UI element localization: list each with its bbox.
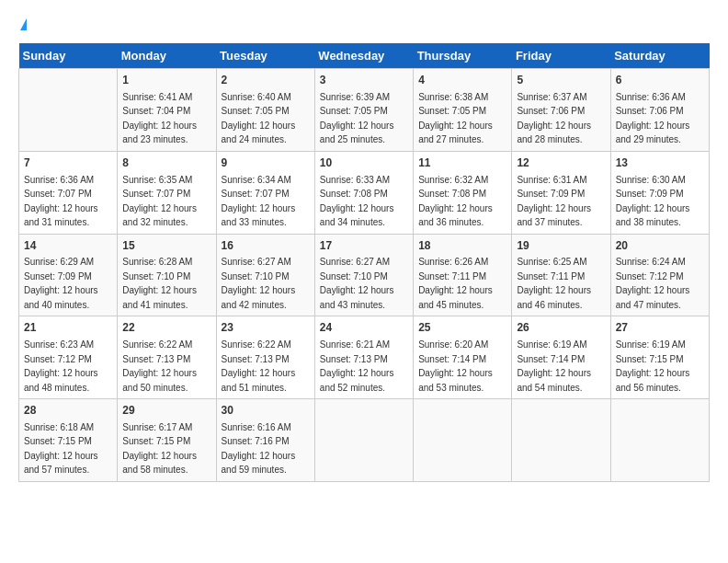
day-cell (610, 399, 709, 482)
calendar-table: SundayMondayTuesdayWednesdayThursdayFrid… (18, 43, 710, 482)
day-info: Sunrise: 6:38 AMSunset: 7:05 PMDaylight:… (418, 92, 493, 145)
day-cell: 12 Sunrise: 6:31 AMSunset: 7:09 PMDaylig… (512, 151, 610, 234)
day-number: 22 (122, 320, 210, 336)
day-cell (314, 399, 413, 482)
day-number: 15 (122, 238, 210, 254)
day-cell: 2 Sunrise: 6:40 AMSunset: 7:05 PMDayligh… (216, 69, 314, 152)
day-cell: 9 Sunrise: 6:34 AMSunset: 7:07 PMDayligh… (216, 151, 314, 234)
day-number: 3 (320, 73, 408, 88)
day-cell: 14 Sunrise: 6:29 AMSunset: 7:09 PMDaylig… (19, 234, 118, 316)
day-number: 6 (616, 73, 704, 88)
day-info: Sunrise: 6:36 AMSunset: 7:06 PMDaylight:… (616, 92, 690, 145)
week-row-5: 28 Sunrise: 6:18 AMSunset: 7:15 PMDaylig… (19, 399, 710, 482)
week-row-1: 1 Sunrise: 6:41 AMSunset: 7:04 PMDayligh… (19, 69, 710, 152)
day-number: 23 (222, 320, 310, 336)
header-thursday: Thursday (414, 43, 512, 69)
day-number: 17 (320, 238, 408, 254)
day-info: Sunrise: 6:36 AMSunset: 7:07 PMDaylight:… (24, 175, 98, 228)
day-info: Sunrise: 6:35 AMSunset: 7:07 PMDaylight:… (122, 175, 197, 228)
day-number: 7 (24, 155, 112, 171)
day-cell: 22 Sunrise: 6:22 AMSunset: 7:13 PMDaylig… (118, 316, 216, 399)
week-row-2: 7 Sunrise: 6:36 AMSunset: 7:07 PMDayligh… (19, 151, 710, 234)
day-number: 18 (418, 238, 506, 254)
day-number: 28 (24, 403, 112, 419)
day-cell: 17 Sunrise: 6:27 AMSunset: 7:10 PMDaylig… (314, 234, 413, 316)
day-cell (414, 399, 512, 482)
day-info: Sunrise: 6:41 AMSunset: 7:04 PMDaylight:… (122, 92, 197, 145)
day-cell: 8 Sunrise: 6:35 AMSunset: 7:07 PMDayligh… (118, 151, 216, 234)
day-number: 1 (122, 73, 210, 88)
day-number: 13 (616, 155, 704, 171)
day-info: Sunrise: 6:19 AMSunset: 7:14 PMDaylight:… (517, 339, 591, 393)
header-sunday: Sunday (19, 43, 118, 69)
day-info: Sunrise: 6:19 AMSunset: 7:15 PMDaylight:… (616, 339, 690, 393)
day-info: Sunrise: 6:27 AMSunset: 7:10 PMDaylight:… (320, 257, 394, 310)
day-cell: 21 Sunrise: 6:23 AMSunset: 7:12 PMDaylig… (19, 316, 118, 399)
day-cell: 3 Sunrise: 6:39 AMSunset: 7:05 PMDayligh… (314, 69, 413, 152)
day-number: 25 (418, 320, 506, 336)
day-cell: 5 Sunrise: 6:37 AMSunset: 7:06 PMDayligh… (512, 69, 610, 152)
day-number: 30 (222, 403, 310, 419)
day-info: Sunrise: 6:34 AMSunset: 7:07 PMDaylight:… (222, 175, 296, 228)
day-cell: 4 Sunrise: 6:38 AMSunset: 7:05 PMDayligh… (414, 69, 512, 152)
day-cell: 20 Sunrise: 6:24 AMSunset: 7:12 PMDaylig… (610, 234, 709, 316)
header-tuesday: Tuesday (216, 43, 314, 69)
day-number: 11 (418, 155, 506, 171)
day-info: Sunrise: 6:17 AMSunset: 7:15 PMDaylight:… (122, 422, 197, 476)
day-number: 4 (418, 73, 506, 88)
day-cell: 23 Sunrise: 6:22 AMSunset: 7:13 PMDaylig… (216, 316, 314, 399)
header-friday: Friday (512, 43, 610, 69)
day-number: 24 (320, 320, 408, 336)
day-cell: 11 Sunrise: 6:32 AMSunset: 7:08 PMDaylig… (414, 151, 512, 234)
day-number: 2 (222, 73, 310, 88)
logo (18, 18, 27, 34)
day-cell: 15 Sunrise: 6:28 AMSunset: 7:10 PMDaylig… (118, 234, 216, 316)
day-info: Sunrise: 6:30 AMSunset: 7:09 PMDaylight:… (616, 175, 690, 228)
day-number: 26 (517, 320, 605, 336)
day-number: 20 (616, 238, 704, 254)
day-info: Sunrise: 6:16 AMSunset: 7:16 PMDaylight:… (222, 422, 296, 476)
day-info: Sunrise: 6:28 AMSunset: 7:10 PMDaylight:… (122, 257, 197, 310)
day-info: Sunrise: 6:25 AMSunset: 7:11 PMDaylight:… (517, 257, 591, 310)
day-cell: 13 Sunrise: 6:30 AMSunset: 7:09 PMDaylig… (610, 151, 709, 234)
day-cell: 6 Sunrise: 6:36 AMSunset: 7:06 PMDayligh… (610, 69, 709, 152)
day-info: Sunrise: 6:22 AMSunset: 7:13 PMDaylight:… (122, 339, 197, 393)
day-cell: 26 Sunrise: 6:19 AMSunset: 7:14 PMDaylig… (512, 316, 610, 399)
day-cell: 19 Sunrise: 6:25 AMSunset: 7:11 PMDaylig… (512, 234, 610, 316)
day-info: Sunrise: 6:37 AMSunset: 7:06 PMDaylight:… (517, 92, 591, 145)
day-cell (19, 69, 118, 152)
header-monday: Monday (118, 43, 216, 69)
day-info: Sunrise: 6:20 AMSunset: 7:14 PMDaylight:… (418, 339, 493, 393)
header-wednesday: Wednesday (314, 43, 413, 69)
day-info: Sunrise: 6:21 AMSunset: 7:13 PMDaylight:… (320, 339, 394, 393)
day-info: Sunrise: 6:33 AMSunset: 7:08 PMDaylight:… (320, 175, 394, 228)
day-number: 29 (122, 403, 210, 419)
day-cell: 24 Sunrise: 6:21 AMSunset: 7:13 PMDaylig… (314, 316, 413, 399)
day-number: 10 (320, 155, 408, 171)
week-row-3: 14 Sunrise: 6:29 AMSunset: 7:09 PMDaylig… (19, 234, 710, 316)
day-info: Sunrise: 6:18 AMSunset: 7:15 PMDaylight:… (24, 422, 98, 476)
day-number: 14 (24, 238, 112, 254)
day-cell: 16 Sunrise: 6:27 AMSunset: 7:10 PMDaylig… (216, 234, 314, 316)
day-number: 27 (616, 320, 704, 336)
day-number: 21 (24, 320, 112, 336)
day-number: 8 (122, 155, 210, 171)
day-number: 12 (517, 155, 605, 171)
day-number: 5 (517, 73, 605, 88)
day-number: 9 (222, 155, 310, 171)
week-row-4: 21 Sunrise: 6:23 AMSunset: 7:12 PMDaylig… (19, 316, 710, 399)
day-info: Sunrise: 6:22 AMSunset: 7:13 PMDaylight:… (222, 339, 296, 393)
day-info: Sunrise: 6:31 AMSunset: 7:09 PMDaylight:… (517, 175, 591, 228)
day-info: Sunrise: 6:32 AMSunset: 7:08 PMDaylight:… (418, 175, 493, 228)
day-cell: 1 Sunrise: 6:41 AMSunset: 7:04 PMDayligh… (118, 69, 216, 152)
day-cell: 28 Sunrise: 6:18 AMSunset: 7:15 PMDaylig… (19, 399, 118, 482)
day-info: Sunrise: 6:29 AMSunset: 7:09 PMDaylight:… (24, 257, 98, 310)
day-cell: 29 Sunrise: 6:17 AMSunset: 7:15 PMDaylig… (118, 399, 216, 482)
header-saturday: Saturday (610, 43, 709, 69)
day-number: 19 (517, 238, 605, 254)
logo-triangle-icon (20, 18, 27, 30)
day-info: Sunrise: 6:40 AMSunset: 7:05 PMDaylight:… (222, 92, 296, 145)
day-info: Sunrise: 6:23 AMSunset: 7:12 PMDaylight:… (24, 339, 98, 393)
day-cell: 7 Sunrise: 6:36 AMSunset: 7:07 PMDayligh… (19, 151, 118, 234)
day-info: Sunrise: 6:27 AMSunset: 7:10 PMDaylight:… (222, 257, 296, 310)
